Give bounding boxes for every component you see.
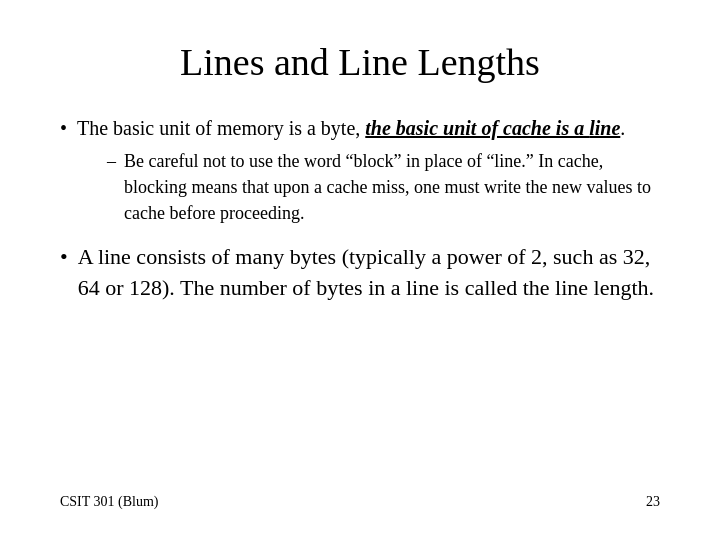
footer-left: CSIT 301 (Blum) — [60, 494, 159, 510]
sub-dash-1: – — [107, 148, 116, 174]
bullet-1-prefix: The basic unit of memory is a byte, — [77, 117, 365, 139]
bullet-2-suffix: . — [649, 275, 655, 300]
sub-text-1: Be careful not to use the word “block” i… — [124, 148, 660, 226]
bullet-text-1: The basic unit of memory is a byte, the … — [77, 114, 660, 226]
bullet-item-2: • A line consists of many bytes (typical… — [60, 242, 660, 304]
bullet-text-2: A line consists of many bytes (typically… — [78, 242, 660, 304]
bullet-2-bold: line length — [555, 275, 648, 300]
bullet-1-bold-italic: the basic unit of cache is a line — [365, 117, 620, 139]
bullet-dot-1: • — [60, 114, 67, 142]
slide-content: • The basic unit of memory is a byte, th… — [60, 114, 660, 484]
sub-bullet-item-1: – Be careful not to use the word “block”… — [107, 148, 660, 226]
slide-title: Lines and Line Lengths — [60, 40, 660, 84]
slide: Lines and Line Lengths • The basic unit … — [0, 0, 720, 540]
bullet-item-1: • The basic unit of memory is a byte, th… — [60, 114, 660, 226]
bullet-1-text: The basic unit of memory is a byte, the … — [77, 117, 625, 139]
bullet-1-suffix: . — [620, 117, 625, 139]
sub-bullets-1: – Be careful not to use the word “block”… — [107, 148, 660, 226]
footer-right: 23 — [646, 494, 660, 510]
bullet-dot-2: • — [60, 242, 68, 273]
slide-footer: CSIT 301 (Blum) 23 — [60, 484, 660, 510]
